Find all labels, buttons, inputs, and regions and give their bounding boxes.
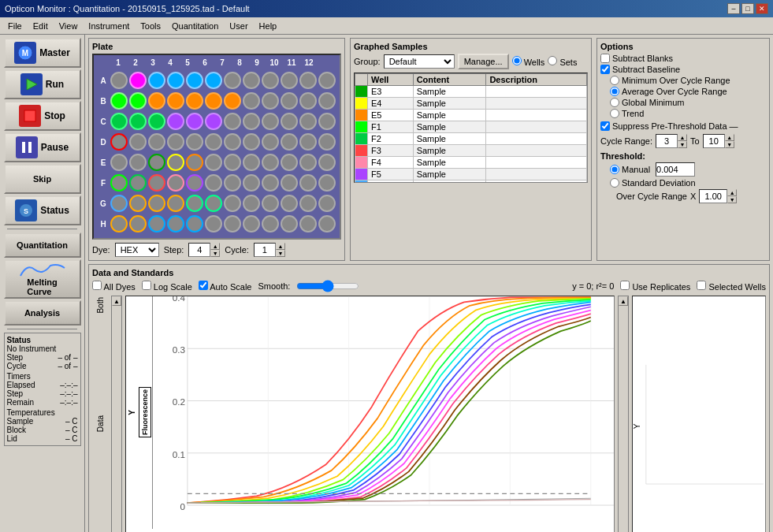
well-H4[interactable]	[167, 215, 184, 233]
well-A4[interactable]	[167, 72, 184, 89]
melting-curve-button[interactable]: MeltingCurve	[4, 259, 81, 299]
well-H6[interactable]	[205, 215, 222, 233]
trend-radio[interactable]	[610, 109, 619, 118]
cycle-from-up[interactable]: ▲	[678, 134, 687, 141]
well-H1[interactable]	[110, 215, 128, 233]
well-H2[interactable]	[129, 215, 147, 233]
cycle-to-up[interactable]: ▲	[725, 134, 734, 141]
well-G5[interactable]	[186, 195, 203, 212]
well-D12[interactable]	[318, 133, 336, 151]
well-F7[interactable]	[224, 174, 241, 192]
min-over-cycle-radio[interactable]	[610, 76, 619, 85]
well-D8[interactable]	[243, 133, 260, 151]
left-scrollbar[interactable]: ▲ ▼	[111, 296, 122, 532]
well-G4[interactable]	[167, 195, 184, 212]
menu-edit[interactable]: Edit	[28, 20, 53, 32]
well-C7[interactable]	[224, 113, 241, 130]
well-F5[interactable]	[186, 174, 203, 192]
well-C12[interactable]	[318, 113, 336, 130]
analysis-button[interactable]: Analysis	[4, 300, 81, 326]
smooth-slider[interactable]	[296, 280, 359, 292]
well-G1[interactable]	[110, 195, 128, 212]
well-D6[interactable]	[205, 133, 222, 151]
well-C6[interactable]	[205, 113, 222, 130]
well-G9[interactable]	[262, 195, 279, 212]
master-button[interactable]: M Master	[4, 38, 81, 68]
well-A5[interactable]	[186, 72, 203, 89]
well-D10[interactable]	[281, 133, 298, 151]
step-up-btn[interactable]: ▲	[210, 243, 220, 250]
well-G10[interactable]	[281, 195, 298, 212]
well-B12[interactable]	[318, 92, 336, 110]
cycle-from-down[interactable]: ▼	[678, 141, 687, 148]
well-C4[interactable]	[167, 113, 184, 130]
well-C8[interactable]	[243, 113, 260, 130]
well-C1[interactable]	[110, 113, 128, 130]
well-E7[interactable]	[224, 154, 241, 171]
well-A11[interactable]	[299, 72, 317, 89]
close-button[interactable]: ✕	[756, 3, 768, 14]
dye-select[interactable]: HEXFAMROXSYBR	[115, 243, 159, 257]
well-H12[interactable]	[318, 215, 336, 233]
well-F1[interactable]	[110, 174, 128, 192]
well-F9[interactable]	[262, 174, 279, 192]
well-B10[interactable]	[281, 92, 298, 110]
well-A12[interactable]	[318, 72, 336, 89]
well-F2[interactable]	[129, 174, 147, 192]
well-B7[interactable]	[224, 92, 241, 110]
well-A6[interactable]	[205, 72, 222, 89]
scroll-up-btn[interactable]: ▲	[112, 296, 121, 306]
well-H9[interactable]	[262, 215, 279, 233]
well-E1[interactable]	[110, 154, 128, 171]
well-A8[interactable]	[243, 72, 260, 89]
menu-file[interactable]: File	[3, 20, 27, 32]
well-A9[interactable]	[262, 72, 279, 89]
well-C2[interactable]	[129, 113, 147, 130]
well-G3[interactable]	[148, 195, 165, 212]
well-G12[interactable]	[318, 195, 336, 212]
well-B11[interactable]	[299, 92, 317, 110]
well-D11[interactable]	[299, 133, 317, 151]
well-B9[interactable]	[262, 92, 279, 110]
well-E3[interactable]	[148, 154, 165, 171]
well-D5[interactable]	[186, 133, 203, 151]
well-D7[interactable]	[224, 133, 241, 151]
menu-quantitation[interactable]: Quantitation	[167, 20, 223, 32]
well-E5[interactable]	[186, 154, 203, 171]
well-H8[interactable]	[243, 215, 260, 233]
selected-wells-checkbox[interactable]	[697, 281, 706, 290]
well-B5[interactable]	[186, 92, 203, 110]
all-dyes-checkbox[interactable]	[92, 281, 102, 290]
cycle-from-input[interactable]	[656, 134, 678, 148]
step-down-btn[interactable]: ▼	[210, 250, 220, 257]
group-select[interactable]: Default	[384, 54, 455, 69]
well-G7[interactable]	[224, 195, 241, 212]
pause-button[interactable]: Pause	[4, 132, 81, 162]
skip-button[interactable]: Skip	[4, 164, 81, 194]
manual-value-input[interactable]	[656, 162, 695, 177]
well-E10[interactable]	[281, 154, 298, 171]
suppress-threshold-checkbox[interactable]	[600, 121, 610, 131]
cycle-up-btn[interactable]: ▲	[276, 243, 285, 250]
use-replicates-checkbox[interactable]	[620, 281, 630, 290]
well-D1[interactable]	[110, 133, 128, 151]
well-B1[interactable]	[110, 92, 128, 110]
well-F8[interactable]	[243, 174, 260, 192]
well-F3[interactable]	[148, 174, 165, 192]
well-D2[interactable]	[129, 133, 147, 151]
std-dev-radio[interactable]	[610, 178, 619, 188]
manage-button[interactable]: Manage...	[458, 54, 509, 69]
well-E9[interactable]	[262, 154, 279, 171]
well-G6[interactable]	[205, 195, 222, 212]
well-E6[interactable]	[205, 154, 222, 171]
well-G11[interactable]	[299, 195, 317, 212]
well-B2[interactable]	[129, 92, 147, 110]
well-E11[interactable]	[299, 154, 317, 171]
subtract-baseline-checkbox[interactable]	[600, 65, 610, 74]
well-G2[interactable]	[129, 195, 147, 212]
well-C9[interactable]	[262, 113, 279, 130]
minimize-button[interactable]: –	[727, 3, 740, 14]
well-F10[interactable]	[281, 174, 298, 192]
well-A2[interactable]	[129, 72, 147, 89]
well-B3[interactable]	[148, 92, 165, 110]
